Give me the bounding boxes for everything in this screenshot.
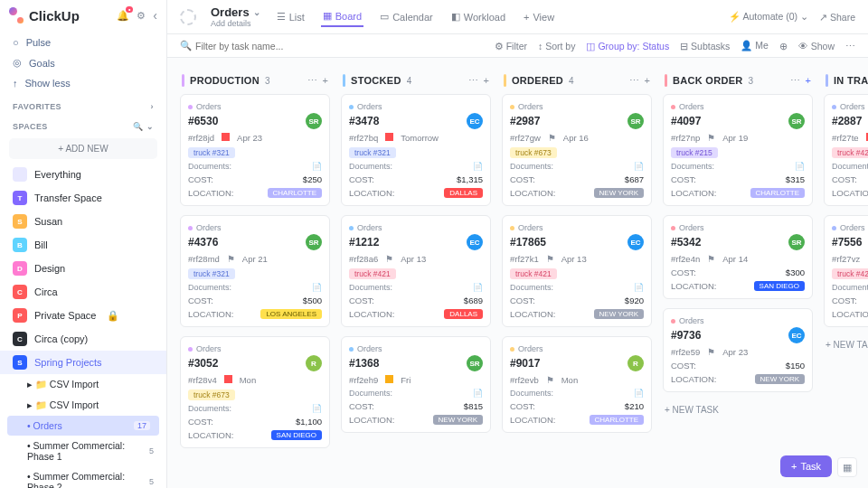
show-button[interactable]: 👁 Show xyxy=(798,41,835,52)
filter-button[interactable]: ⚙ Filter xyxy=(495,41,527,52)
task-card[interactable]: Orders #9736 EC #rf2e59 ⚑ Apr 23 COST:$1… xyxy=(663,308,813,392)
space-item-everything[interactable]: Everything xyxy=(0,163,166,186)
truck-tag[interactable]: truck #321 xyxy=(188,268,235,279)
flag-icon[interactable] xyxy=(385,375,393,385)
logo[interactable]: ClickUp xyxy=(9,7,80,23)
assignee-avatar[interactable]: SR xyxy=(788,113,805,129)
task-card[interactable]: Orders #3478 EC #rf27bq Tomorrow truck #… xyxy=(341,94,491,206)
document-icon[interactable]: 📄 xyxy=(473,389,483,398)
more-icon[interactable]: ⋯ xyxy=(845,41,855,52)
flag-icon[interactable] xyxy=(224,375,232,385)
page-title[interactable]: Orders ⌄ xyxy=(211,5,260,19)
column-add-icon[interactable]: + xyxy=(645,75,650,87)
search-input[interactable] xyxy=(195,41,313,52)
truck-tag[interactable]: truck #421 xyxy=(349,268,396,279)
flag-icon[interactable] xyxy=(222,133,230,143)
share-button[interactable]: ↗ Share xyxy=(819,12,855,23)
location-tag[interactable]: CHARLOTTE xyxy=(590,415,644,425)
flag-icon[interactable]: ⚑ xyxy=(385,254,393,264)
truck-tag[interactable]: truck #421 xyxy=(832,268,868,279)
location-tag[interactable]: NEW YORK xyxy=(594,188,644,198)
sidebar-pulse[interactable]: ○ Pulse xyxy=(0,33,166,52)
space-item-circa-(copy)[interactable]: CCirca (copy) xyxy=(0,327,166,351)
location-tag[interactable]: SAN DIEGO xyxy=(754,281,805,291)
location-tag[interactable]: CHARLOTTE xyxy=(750,188,805,198)
document-icon[interactable]: 📄 xyxy=(795,162,805,171)
view-list[interactable]: ☰ List xyxy=(275,7,307,26)
assignee-avatar[interactable]: EC xyxy=(627,234,644,250)
flag-icon[interactable]: ⚑ xyxy=(548,133,556,143)
list-phase-2[interactable]: • Summer Commercial: Phase 25 xyxy=(0,466,166,488)
flag-icon[interactable]: ⚑ xyxy=(707,133,715,143)
column-more-icon[interactable]: ⋯ xyxy=(307,75,317,87)
truck-tag[interactable]: truck #421 xyxy=(832,147,868,158)
column-more-icon[interactable]: ⋯ xyxy=(790,75,800,87)
space-item-susan[interactable]: SSusan xyxy=(0,210,166,233)
add-view[interactable]: + View xyxy=(522,8,556,26)
task-card[interactable]: Orders #2887 #rf27te Fri truck #421 Docu… xyxy=(824,94,868,206)
subtasks-button[interactable]: ⊟ Subtasks xyxy=(680,41,730,52)
document-icon[interactable]: 📄 xyxy=(312,283,322,292)
location-tag[interactable]: LOS ANGELES xyxy=(260,309,322,319)
space-item-circa[interactable]: CCirca xyxy=(0,280,166,304)
assignee-avatar[interactable]: EC xyxy=(788,327,805,343)
task-card[interactable]: Orders #1212 EC #rf28a6 ⚑ Apr 13 truck #… xyxy=(341,215,491,327)
truck-tag[interactable]: truck #421 xyxy=(510,268,557,279)
task-card[interactable]: Orders #6530 SR #rf28jd Apr 23 truck #32… xyxy=(180,94,330,206)
add-new-space[interactable]: + ADD NEW xyxy=(9,138,157,159)
sidebar-goals[interactable]: ◎ Goals xyxy=(0,52,166,73)
truck-tag[interactable]: truck #215 xyxy=(671,147,718,158)
view-calendar[interactable]: ▭ Calendar xyxy=(378,7,435,26)
location-tag[interactable]: DALLAS xyxy=(444,309,483,319)
new-task-fab[interactable]: + Task xyxy=(780,455,832,477)
view-board[interactable]: ▦ Board xyxy=(321,6,363,27)
document-icon[interactable]: 📄 xyxy=(312,404,322,413)
assignee-avatar[interactable]: SR xyxy=(306,234,322,250)
flag-icon[interactable]: ⚑ xyxy=(707,347,715,357)
flag-icon[interactable]: ⚑ xyxy=(227,254,235,264)
apps-grid-icon[interactable]: ▦ xyxy=(837,457,857,477)
folder-csv-import[interactable]: ▸ 📁 CSV Import xyxy=(0,374,166,395)
task-card[interactable]: Orders #4376 SR #rf28md ⚑ Apr 21 truck #… xyxy=(180,215,330,327)
space-item-design[interactable]: DDesign xyxy=(0,257,166,280)
task-card[interactable]: Orders #1368 SR #rf2eh9 Fri Documents:📄 … xyxy=(341,336,491,433)
assignee-avatar[interactable]: SR xyxy=(788,234,805,250)
space-item-private-space[interactable]: PPrivate Space🔒 xyxy=(0,304,166,327)
task-card[interactable]: Orders #7556 #rf27vz ⚑ Thu truck #421 Do… xyxy=(824,215,868,327)
assignee-avatar[interactable]: SR xyxy=(467,355,483,371)
list-orders[interactable]: • Orders17 xyxy=(7,416,159,436)
list-phase-1[interactable]: • Summer Commercial: Phase 15 xyxy=(0,436,166,466)
document-icon[interactable]: 📄 xyxy=(312,162,322,171)
search-box[interactable]: 🔍 xyxy=(180,40,313,52)
settings-icon[interactable]: ⚙ xyxy=(137,10,146,22)
task-card[interactable]: Orders #3052 R #rf28v4 Mon truck #673 Do… xyxy=(180,336,330,448)
column-add-icon[interactable]: + xyxy=(484,75,489,87)
list-status-icon[interactable] xyxy=(180,9,196,25)
notifications-icon[interactable]: 🔔• xyxy=(117,10,129,22)
column-add-icon[interactable]: + xyxy=(806,75,811,87)
task-card[interactable]: Orders #2987 SR #rf27gw ⚑ Apr 16 truck #… xyxy=(502,94,652,206)
truck-tag[interactable]: truck #673 xyxy=(188,389,235,400)
location-tag[interactable]: DALLAS xyxy=(444,188,483,198)
task-card[interactable]: Orders #17865 EC #rf27k1 ⚑ Apr 13 truck … xyxy=(502,215,652,327)
column-add-icon[interactable]: + xyxy=(323,75,328,87)
document-icon[interactable]: 📄 xyxy=(634,389,644,398)
column-more-icon[interactable]: ⋯ xyxy=(629,75,639,87)
truck-tag[interactable]: truck #321 xyxy=(188,147,235,158)
page-subtitle[interactable]: Add details xyxy=(211,19,260,28)
sidebar-show-less[interactable]: ↑ Show less xyxy=(0,73,166,93)
assignee-icon[interactable]: ⊕ xyxy=(779,41,788,52)
new-task-button[interactable]: + NEW TASK xyxy=(824,336,868,353)
space-item-transfer-space[interactable]: TTransfer Space xyxy=(0,186,166,210)
collapse-sidebar-icon[interactable]: ‹ xyxy=(153,8,157,23)
sort-button[interactable]: ↕ Sort by xyxy=(538,41,575,52)
folder-csv-import-2[interactable]: ▸ 📁 CSV Import xyxy=(0,395,166,416)
spaces-actions[interactable]: 🔍 ⌄ xyxy=(133,122,154,131)
location-tag[interactable]: NEW YORK xyxy=(594,309,644,319)
flag-icon[interactable] xyxy=(385,133,393,143)
view-workload[interactable]: ◧ Workload xyxy=(449,7,507,26)
task-card[interactable]: Orders #4097 SR #rf27np ⚑ Apr 19 truck #… xyxy=(663,94,813,206)
location-tag[interactable]: NEW YORK xyxy=(755,374,805,384)
task-card[interactable]: Orders #9017 R #rf2evb ⚑ Mon Documents:📄… xyxy=(502,336,652,433)
assignee-avatar[interactable]: SR xyxy=(627,113,644,129)
